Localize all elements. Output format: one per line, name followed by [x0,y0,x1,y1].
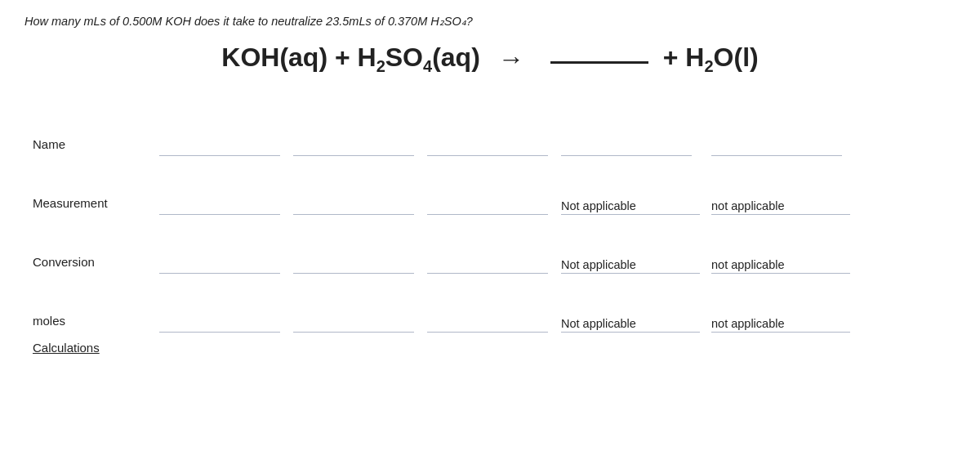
eq-koh: KOH(aq) + H2SO4(aq) [221,42,479,76]
conversion-blank-2[interactable] [293,251,414,274]
calculations-link[interactable]: Calculations [33,341,100,355]
conversion-label: Conversion [33,255,159,274]
measurement-row-label: Measurement [33,196,108,210]
measurement-blank-3[interactable] [427,192,548,215]
name-blank-3[interactable] [427,133,548,156]
measurement-label: Measurement [33,196,159,215]
measurement-na2-text: not applicable [711,199,850,212]
name-row: Name [33,105,956,156]
conversion-na2: not applicable [711,258,850,274]
name-na1 [561,155,700,156]
name-label: Name [33,137,159,156]
eq-arrow: → [498,44,524,74]
moles-blank-1[interactable] [159,310,280,333]
measurement-na1-text: Not applicable [561,199,700,212]
data-table: Name Measurement [33,105,956,355]
name-row-label: Name [33,137,65,151]
conversion-blank-3[interactable] [427,251,548,274]
name-blank-2[interactable] [293,133,414,156]
conversion-row: Conversion Not applicable not applicable [33,215,956,274]
moles-label: moles [33,314,159,333]
name-na2 [711,155,850,156]
question-text: How many mLs of 0.500M KOH does it take … [24,15,956,28]
measurement-na2: not applicable [711,199,850,215]
measurement-blank-2[interactable] [293,192,414,215]
conversion-na2-text: not applicable [711,258,850,271]
conversion-blank-1[interactable] [159,251,280,274]
measurement-blank-1[interactable] [159,192,280,215]
name-blank-1[interactable] [159,133,280,156]
chemical-equation: KOH(aq) + H2SO4(aq) → + H2O(l) [24,42,956,76]
measurement-row: Measurement Not applicable not applicabl… [33,156,956,215]
moles-row: moles Not applicable not applicable [33,274,956,333]
conversion-na1: Not applicable [561,258,700,274]
conversion-na1-text: Not applicable [561,258,700,271]
measurement-na1: Not applicable [561,199,700,215]
moles-na1-text: Not applicable [561,317,700,330]
eq-product: + H2O(l) [663,42,759,76]
moles-blank-2[interactable] [293,310,414,333]
moles-na2-text: not applicable [711,317,850,330]
moles-blank-3[interactable] [427,310,548,333]
conversion-row-label: Conversion [33,255,95,269]
moles-row-label: moles [33,314,65,328]
moles-na2: not applicable [711,317,850,333]
eq-blank [550,56,648,64]
moles-na1: Not applicable [561,317,700,333]
calculations-section: Calculations [33,341,956,355]
